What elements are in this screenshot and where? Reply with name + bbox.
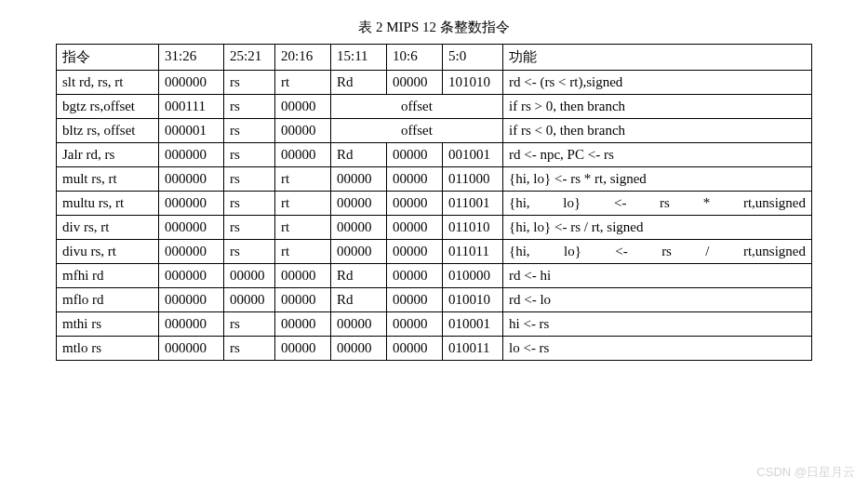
table-cell: multu rs, rt: [57, 192, 159, 216]
table-cell: 000000: [159, 71, 224, 95]
table-cell: 011001: [443, 192, 503, 216]
table-cell: 010000: [443, 264, 503, 288]
table-cell: 011000: [443, 167, 503, 192]
table-cell: if rs > 0, then branch: [503, 95, 812, 119]
table-cell: rd <- (rs < rt),signed: [503, 71, 812, 95]
table-cell: 00000: [331, 192, 387, 216]
table-cell: 00000: [331, 337, 387, 361]
table-row: mtlo rs000000rs000000000000000010011lo <…: [57, 337, 812, 361]
table-header-cell: 20:16: [275, 45, 331, 71]
table-cell: rt: [275, 167, 331, 192]
table-cell: mthi rs: [57, 312, 159, 337]
table-cell: 00000: [387, 312, 443, 337]
table-cell: 00000: [275, 337, 331, 361]
table-cell: {hi, lo} <- rs / rt,unsigned: [503, 240, 812, 264]
table-cell: 010010: [443, 288, 503, 312]
table-row: multu rs, rt000000rsrt0000000000011001{h…: [57, 192, 812, 216]
table-cell: 000000: [159, 312, 224, 337]
table-cell: rs: [224, 312, 275, 337]
table-cell: 000000: [159, 240, 224, 264]
table-row: Jalr rd, rs000000rs00000Rd00000001001rd …: [57, 143, 812, 167]
table-cell: 010011: [443, 337, 503, 361]
table-cell: rt: [275, 192, 331, 216]
table-cell: rt: [275, 216, 331, 240]
table-cell: rs: [224, 216, 275, 240]
table-cell: 00000: [275, 312, 331, 337]
table-cell: divu rs, rt: [57, 240, 159, 264]
table-header-cell: 10:6: [387, 45, 443, 71]
table-cell: 001001: [443, 143, 503, 167]
table-cell: bgtz rs,offset: [57, 95, 159, 119]
table-cell: 000111: [159, 95, 224, 119]
table-cell: 00000: [275, 143, 331, 167]
table-cell: rs: [224, 337, 275, 361]
table-cell: Rd: [331, 71, 387, 95]
table-cell: mtlo rs: [57, 337, 159, 361]
table-cell: 00000: [331, 312, 387, 337]
table-cell: 000000: [159, 288, 224, 312]
table-cell: 000001: [159, 119, 224, 143]
table-cell: rs: [224, 192, 275, 216]
table-cell: 00000: [387, 288, 443, 312]
table-cell: rs: [224, 143, 275, 167]
mips-instruction-table: 指令31:2625:2120:1615:1110:65:0功能slt rd, r…: [56, 44, 812, 361]
table-cell: rt: [275, 240, 331, 264]
table-cell: 011010: [443, 216, 503, 240]
table-header-cell: 15:11: [331, 45, 387, 71]
table-cell: mfhi rd: [57, 264, 159, 288]
table-cell: 00000: [275, 264, 331, 288]
table-row: mfhi rd0000000000000000Rd00000010000rd <…: [57, 264, 812, 288]
table-header-cell: 31:26: [159, 45, 224, 71]
table-cell: 00000: [387, 167, 443, 192]
table-cell: rd <- lo: [503, 288, 812, 312]
table-cell: Rd: [331, 288, 387, 312]
table-cell: hi <- rs: [503, 312, 812, 337]
table-cell: 101010: [443, 71, 503, 95]
table-cell: 000000: [159, 143, 224, 167]
table-cell: rs: [224, 167, 275, 192]
table-cell: rt: [275, 71, 331, 95]
table-cell: 000000: [159, 216, 224, 240]
table-cell: mflo rd: [57, 288, 159, 312]
table-header-row: 指令31:2625:2120:1615:1110:65:0功能: [57, 45, 812, 71]
table-cell: 000000: [159, 264, 224, 288]
table-cell: div rs, rt: [57, 216, 159, 240]
table-cell: {hi, lo} <- rs * rt,unsigned: [503, 192, 812, 216]
table-cell: 00000: [387, 216, 443, 240]
table-row: mthi rs000000rs000000000000000010001hi <…: [57, 312, 812, 337]
table-row: mult rs, rt000000rsrt0000000000011000{hi…: [57, 167, 812, 192]
table-cell: 011011: [443, 240, 503, 264]
table-cell: 00000: [387, 240, 443, 264]
table-cell: if rs < 0, then branch: [503, 119, 812, 143]
table-cell: rd <- npc, PC <- rs: [503, 143, 812, 167]
table-row: div rs, rt000000rsrt0000000000011010{hi,…: [57, 216, 812, 240]
table-cell: 010001: [443, 312, 503, 337]
table-row: bltz rs, offset000001rs00000offsetif rs …: [57, 119, 812, 143]
table-cell: Jalr rd, rs: [57, 143, 159, 167]
table-cell: mult rs, rt: [57, 167, 159, 192]
table-cell: offset: [331, 95, 503, 119]
table-cell: 00000: [387, 337, 443, 361]
table-cell: 00000: [387, 192, 443, 216]
table-cell: 00000: [387, 71, 443, 95]
table-cell: {hi, lo} <- rs * rt, signed: [503, 167, 812, 192]
table-cell: rd <- hi: [503, 264, 812, 288]
table-header-cell: 功能: [503, 45, 812, 71]
table-caption: 表 2 MIPS 12 条整数指令: [56, 19, 812, 36]
table-cell: 00000: [275, 288, 331, 312]
table-cell: 000000: [159, 337, 224, 361]
table-cell: Rd: [331, 264, 387, 288]
table-cell: slt rd, rs, rt: [57, 71, 159, 95]
table-cell: 00000: [387, 264, 443, 288]
table-cell: rs: [224, 240, 275, 264]
table-cell: offset: [331, 119, 503, 143]
table-cell: rs: [224, 71, 275, 95]
table-cell: 000000: [159, 192, 224, 216]
table-row: bgtz rs,offset000111rs00000offsetif rs >…: [57, 95, 812, 119]
table-header-cell: 25:21: [224, 45, 275, 71]
table-cell: 00000: [331, 240, 387, 264]
table-cell: 00000: [224, 288, 275, 312]
table-cell: lo <- rs: [503, 337, 812, 361]
table-cell: Rd: [331, 143, 387, 167]
table-cell: 00000: [331, 216, 387, 240]
